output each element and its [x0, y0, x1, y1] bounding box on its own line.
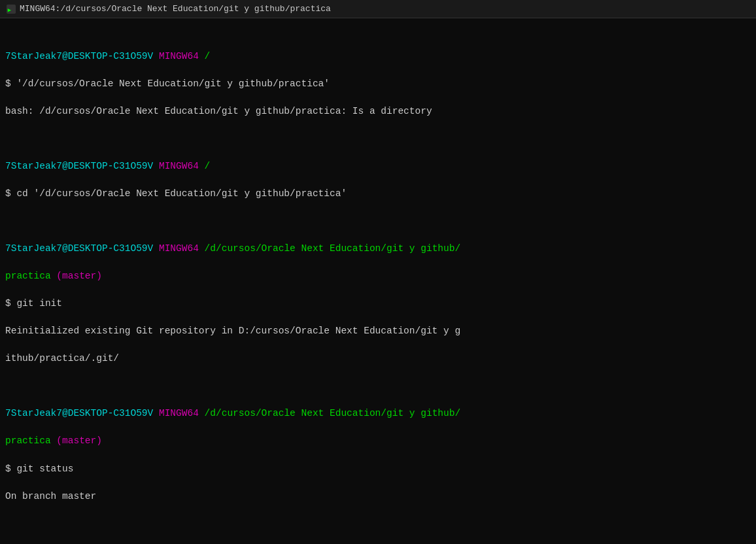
output-line-3a: Reinitialized existing Git repository in… — [5, 324, 751, 338]
svg-text:▶: ▶ — [8, 7, 12, 13]
prompt-line-3b: practica (master) — [5, 269, 751, 283]
output-line-1: bash: /d/cursos/Oracle Next Education/gi… — [5, 105, 751, 118]
command-line-1: $ '/d/cursos/Oracle Next Education/git y… — [5, 77, 751, 91]
title-bar: ▶ MINGW64:/d/cursos/Oracle Next Educatio… — [0, 0, 756, 18]
prompt-line-2: 7StarJeak7@DESKTOP-C31O59V MINGW64 / — [5, 160, 751, 173]
blank-4 — [5, 517, 751, 531]
prompt-line-3a: 7StarJeak7@DESKTOP-C31O59V MINGW64 /d/cu… — [5, 242, 751, 256]
output-line-4a: On branch master — [5, 490, 751, 503]
prompt-line-4b: practica (master) — [5, 434, 751, 448]
output-line-3b: ithub/practica/.git/ — [5, 352, 751, 366]
command-line-3: $ git init — [5, 297, 751, 311]
blank-2 — [5, 214, 751, 228]
blank-3 — [5, 379, 751, 393]
command-line-2: $ cd '/d/cursos/Oracle Next Education/gi… — [5, 187, 751, 201]
prompt-line-4a: 7StarJeak7@DESKTOP-C31O59V MINGW64 /d/cu… — [5, 407, 751, 420]
terminal-icon: ▶ — [7, 5, 16, 14]
blank-1 — [5, 132, 751, 146]
title-text: MINGW64:/d/cursos/Oracle Next Education/… — [20, 4, 331, 14]
terminal-body: 7StarJeak7@DESKTOP-C31O59V MINGW64 / $ '… — [0, 18, 756, 544]
command-line-4: $ git status — [5, 462, 751, 476]
prompt-line-1: 7StarJeak7@DESKTOP-C31O59V MINGW64 / — [5, 50, 751, 63]
